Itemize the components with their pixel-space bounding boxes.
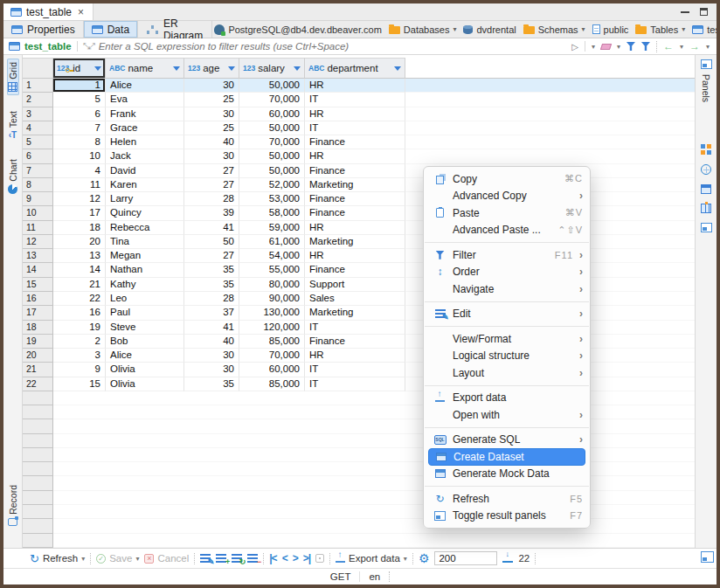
row-number-cell[interactable]: [23, 419, 53, 433]
cell-department[interactable]: Finance: [305, 263, 405, 277]
cell-name[interactable]: Jack: [106, 149, 184, 163]
cell-salary[interactable]: 50,000: [239, 79, 305, 93]
row-number-cell[interactable]: 21: [23, 363, 53, 377]
cell-age[interactable]: 40: [184, 135, 239, 149]
row-number-cell[interactable]: 12: [23, 235, 53, 249]
gear-icon[interactable]: ⚙: [419, 552, 430, 564]
cell-salary[interactable]: 50,000: [239, 164, 305, 178]
refresh-button[interactable]: ↻ Refresh ▾: [30, 553, 85, 564]
record-toggle[interactable]: Record: [8, 485, 18, 526]
cell-name[interactable]: Leo: [106, 292, 184, 306]
cell-age[interactable]: 37: [184, 306, 239, 320]
cell-salary[interactable]: 70,000: [239, 349, 305, 363]
cell-id[interactable]: 21: [53, 278, 106, 292]
cell-salary[interactable]: 80,000: [239, 278, 305, 292]
menu-item-logical-structure[interactable]: Logical structure›: [424, 348, 590, 365]
menu-item-filter[interactable]: FilterF11›: [424, 246, 590, 264]
row-number-cell[interactable]: 22: [23, 377, 53, 391]
sort-caret-icon[interactable]: [173, 66, 180, 71]
column-header-age[interactable]: 123age: [184, 58, 239, 79]
cell-department[interactable]: Sales: [305, 292, 405, 306]
tab-chart[interactable]: Chart: [7, 156, 19, 197]
edit-cell-icon[interactable]: [200, 554, 211, 563]
cell-salary[interactable]: 120,000: [239, 321, 305, 335]
cell-id[interactable]: 6: [53, 107, 106, 121]
cell-name[interactable]: Rebecca: [106, 221, 184, 235]
row-number-cell[interactable]: 17: [23, 306, 53, 320]
menu-item-copy[interactable]: Copy⌘C: [424, 170, 590, 188]
forward-icon[interactable]: →: [689, 40, 700, 52]
cell-id[interactable]: 7: [53, 121, 106, 135]
focus-cell-icon[interactable]: [315, 554, 324, 563]
row-number-cell[interactable]: 13: [23, 249, 53, 263]
cell-department[interactable]: IT: [305, 377, 405, 391]
row-number-cell[interactable]: [23, 476, 53, 490]
cell-salary[interactable]: 70,000: [239, 93, 305, 107]
cell-age[interactable]: 28: [184, 292, 239, 306]
cell-id[interactable]: 4: [53, 164, 106, 178]
menu-item-toggle-result-panels[interactable]: Toggle result panelsF7: [424, 508, 590, 525]
close-icon[interactable]: ×: [78, 6, 84, 18]
cell-department[interactable]: HR: [305, 249, 405, 263]
cell-id[interactable]: 13: [53, 249, 106, 263]
tab-properties[interactable]: Properties: [3, 21, 84, 38]
cell-age[interactable]: 27: [184, 164, 239, 178]
cell-salary[interactable]: 53,000: [239, 192, 305, 206]
back-caret-icon[interactable]: ▾: [680, 43, 683, 51]
expand-icon[interactable]: ⤡⤢: [83, 41, 93, 52]
cell-id[interactable]: 12: [53, 192, 106, 206]
cell-department[interactable]: HR: [305, 149, 405, 163]
menu-item-order[interactable]: ↕Order›: [424, 264, 590, 281]
calc-panel-icon[interactable]: [701, 184, 711, 194]
cell-age[interactable]: 27: [184, 249, 239, 263]
tab-test-table[interactable]: test_table ×: [3, 3, 93, 20]
maximize-icon[interactable]: [700, 8, 708, 16]
row-number-cell[interactable]: 11: [23, 221, 53, 235]
cell-name[interactable]: Olivia: [106, 377, 184, 391]
tab-er-diagram[interactable]: ER Diagram: [138, 21, 212, 38]
tab-grid[interactable]: Grid: [7, 59, 19, 95]
menu-item-layout[interactable]: Layout›: [424, 364, 590, 382]
chevron-down-icon[interactable]: ▾: [582, 25, 585, 33]
cell-salary[interactable]: 70,000: [239, 135, 305, 149]
cell-salary[interactable]: 52,000: [239, 178, 305, 192]
status-language[interactable]: en: [369, 571, 380, 582]
menu-item-paste[interactable]: Paste⌘V: [424, 204, 590, 222]
breadcrumb-item[interactable]: test_table: [690, 24, 717, 35]
cell-age[interactable]: 30: [184, 79, 239, 93]
toggle-panels-corner[interactable]: [701, 550, 714, 566]
cell-salary[interactable]: 85,000: [239, 377, 305, 391]
cell-id[interactable]: 18: [53, 221, 106, 235]
breadcrumb-item[interactable]: public: [591, 24, 631, 35]
grid-corner-cell[interactable]: [23, 58, 53, 79]
cell-salary[interactable]: 58,000: [239, 206, 305, 220]
cell-department[interactable]: IT: [305, 121, 405, 135]
eraser-icon[interactable]: [600, 44, 612, 50]
cell-age[interactable]: 30: [184, 349, 239, 363]
cell-age[interactable]: 28: [184, 192, 239, 206]
menu-item-generate-sql[interactable]: SQLGenerate SQL›: [424, 432, 590, 449]
panels-icon[interactable]: [701, 59, 712, 69]
cell-name[interactable]: Eva: [106, 93, 184, 107]
cell-department[interactable]: IT: [305, 321, 405, 335]
menu-item-advanced-paste[interactable]: Advanced Paste ...⌃⇧V: [424, 222, 590, 239]
first-row-icon[interactable]: |<: [269, 552, 276, 564]
row-number-cell[interactable]: 7: [23, 164, 53, 178]
row-number-cell[interactable]: 15: [23, 278, 53, 292]
row-number-cell[interactable]: 20: [23, 349, 53, 363]
menu-item-view-format[interactable]: View/Format›: [424, 330, 590, 348]
cell-age[interactable]: 40: [184, 335, 239, 349]
export-data-button[interactable]: Export data ▾: [336, 553, 407, 564]
cell-id[interactable]: 15: [53, 377, 106, 391]
cell-department[interactable]: Finance: [305, 135, 405, 149]
cell-id[interactable]: 19: [53, 321, 106, 335]
fetch-size-input[interactable]: [434, 551, 497, 565]
cell-name[interactable]: Paul: [106, 306, 184, 320]
cell-department[interactable]: Finance: [305, 206, 405, 220]
cell-department[interactable]: HR: [305, 79, 405, 93]
row-number-cell[interactable]: 5: [23, 135, 53, 149]
row-number-cell[interactable]: 4: [23, 121, 53, 135]
breadcrumb-item[interactable]: dvdrental: [461, 24, 517, 35]
cell-age[interactable]: 50: [184, 235, 239, 249]
cell-salary[interactable]: 130,000: [239, 306, 305, 320]
